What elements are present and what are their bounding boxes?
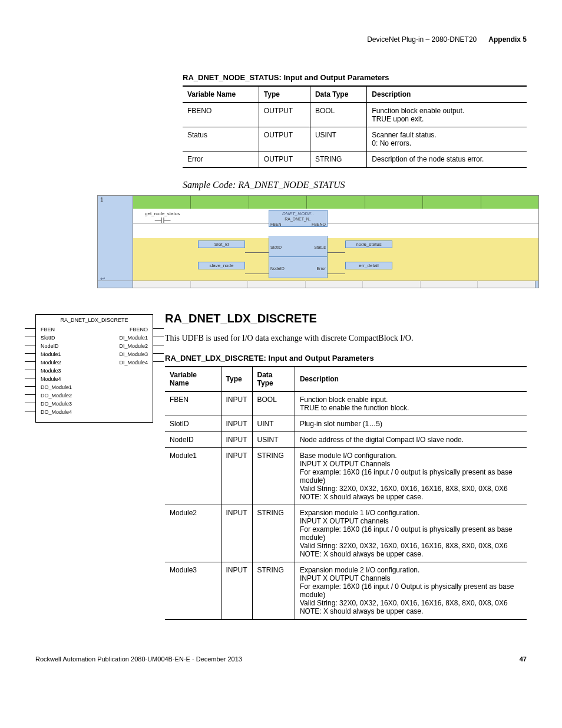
table-row: ErrorOUTPUTSTRINGDescription of the node… — [183, 151, 527, 168]
udfb-output-pin: DI_Module1 — [119, 334, 148, 342]
udfb-input-pin: Module1 — [41, 350, 72, 358]
table-row: Module3INPUTSTRINGExpansion module 2 I/O… — [165, 562, 527, 620]
udfb-title: RA_DNET_LDX_DISCRETE — [41, 317, 148, 323]
udfb-input-pin: DO_Module1 — [41, 383, 72, 391]
udfb-input-pin: Module2 — [41, 358, 72, 367]
udfb-block-diagram: RA_DNET_LDX_DISCRETE FBENSlotIDNodeIDMod… — [35, 314, 153, 423]
column-header: Variable Name — [165, 367, 221, 391]
var-err-detail: err_detail — [345, 262, 392, 269]
udfb-input-pin: DO_Module4 — [41, 408, 72, 416]
table-row: FBENINPUTBOOLFunction block enable input… — [165, 391, 527, 416]
section2-heading: RA_DNET_LDX_DISCRETE — [165, 312, 527, 325]
udfb-output-pin: DI_Module3 — [119, 350, 148, 358]
table-row: NodeIDINPUTUSINTNode address of the digi… — [165, 432, 527, 448]
header-left: DeviceNet Plug-in – 2080-DNET20 — [367, 35, 477, 44]
table-row: SlotIDINPUTUINTPlug-in slot number (1…5) — [165, 416, 527, 432]
udfb-input-pin: DO_Module2 — [41, 391, 72, 400]
var-node-status: node_status — [345, 241, 392, 248]
column-header: Variable Name — [183, 86, 259, 103]
table2-title: RA_DNET_LDX_DISCRETE: Input and Output P… — [165, 354, 527, 363]
table-row: StatusOUTPUTUSINTScanner fault status. 0… — [183, 127, 527, 151]
footer-left: Rockwell Automation Publication 2080-UM0… — [35, 655, 242, 663]
var-slave-node: slave_node — [198, 262, 245, 269]
udfb-input-pin: DO_Module3 — [41, 400, 72, 408]
udfb-output-pin: DI_Module2 — [119, 342, 148, 350]
udfb-output-pin: DI_Module4 — [119, 358, 148, 367]
table2: Variable NameTypeData TypeDescription FB… — [165, 366, 527, 620]
var-slot-id: Slot_id — [198, 241, 245, 248]
udfb-input-pin: Module3 — [41, 367, 72, 375]
table-row: FBENOOUTPUTBOOLFunction block enable out… — [183, 103, 527, 127]
column-header: Description — [367, 86, 527, 103]
column-header: Data Type — [310, 86, 366, 103]
column-header: Description — [295, 367, 527, 391]
sample-caption: Sample Code: RA_DNET_NODE_STATUS — [183, 180, 527, 190]
column-header: Data Type — [252, 367, 295, 391]
table1: Variable NameTypeData TypeDescription FB… — [183, 85, 527, 168]
udfb-input-pin: NodeID — [41, 342, 72, 350]
section2-body: This UDFB is used for I/O data exchange … — [165, 334, 527, 343]
table-row: Module2INPUTSTRINGExpansion module 1 I/O… — [165, 505, 527, 562]
column-header: Type — [259, 86, 310, 103]
function-block: DNET_NODE.. RA_DNET_N.. FBEN FBENO — [269, 210, 328, 227]
table-row: Module1INPUTSTRINGBase module I/O config… — [165, 448, 527, 505]
page-footer: Rockwell Automation Publication 2080-UM0… — [35, 655, 527, 663]
udfb-input-pin: Module4 — [41, 375, 72, 383]
page-header: DeviceNet Plug-in – 2080-DNET20 Appendix… — [35, 35, 527, 44]
udfb-output-pin: FBENO — [119, 325, 148, 334]
ladder-contact: get_node_status —| |— — [145, 211, 180, 223]
footer-page: 47 — [520, 655, 527, 663]
header-right: Appendix 5 — [488, 35, 527, 44]
rung-number: 1 — [98, 196, 133, 209]
column-header: Type — [221, 367, 252, 391]
udfb-input-pin: FBEN — [41, 325, 72, 334]
ladder-diagram: 1 get_node_status —| |— DNET_NODE.. RA_D… — [97, 195, 527, 288]
udfb-input-pin: SlotID — [41, 334, 72, 342]
table1-title: RA_DNET_NODE_STATUS: Input and Output Pa… — [183, 73, 527, 82]
